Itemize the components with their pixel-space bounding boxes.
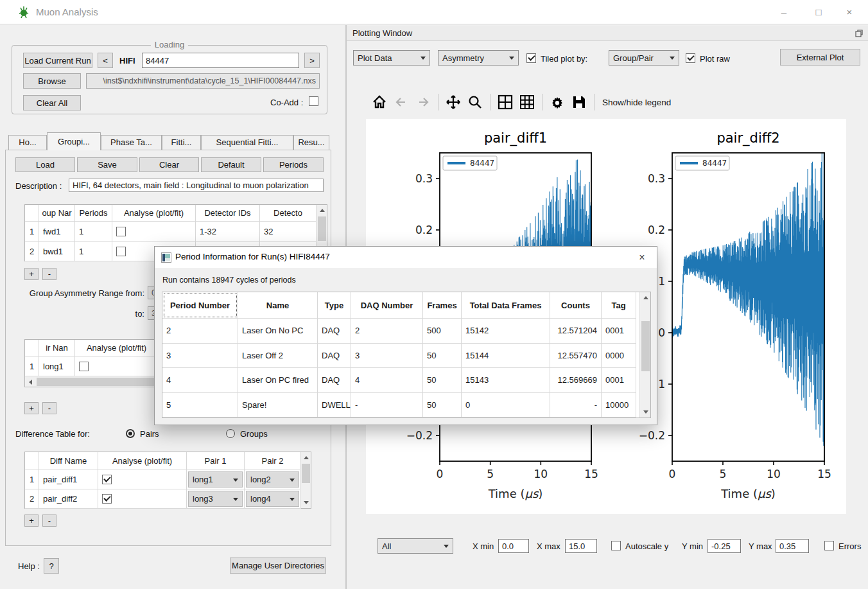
add-group-button[interactable]: + [24,268,39,280]
float-dock-icon[interactable] [855,30,863,37]
plot-type-combo[interactable]: Asymmetry [438,50,519,66]
xmax-field[interactable]: 15.0 [565,539,597,553]
subplot-grid3-icon[interactable] [516,92,538,112]
save-grouping-button[interactable]: Save [77,157,137,172]
external-plot-button[interactable]: External Plot [780,49,860,66]
diff-analyse-checkbox[interactable] [102,494,112,504]
diff-pair1-combo[interactable]: long3 [188,491,243,507]
group-table-header-analyse[interactable]: Analyse (plot/fit) [112,205,196,222]
diff-table-header-pair2[interactable]: Pair 2 [245,452,301,470]
autoscale-y-checkbox[interactable] [611,541,621,550]
add-pair-button[interactable]: + [24,402,39,414]
scroll-up-arrow-icon[interactable] [300,452,311,463]
pairs-radio[interactable] [126,429,135,438]
period-table-header[interactable]: DAQ Number [351,292,423,319]
period-table-header[interactable]: Name [238,292,318,319]
tab-fitting[interactable]: Fitti... [162,135,201,150]
diff-pair2-combo[interactable]: long4 [246,491,299,507]
dialog-close-icon[interactable]: × [634,250,650,265]
group-name-cell[interactable]: bwd1 [39,242,75,261]
settings-gear-icon[interactable] [546,92,568,112]
scroll-down-arrow-icon[interactable] [300,497,311,508]
close-button[interactable]: × [835,0,864,24]
tab-results[interactable]: Resu... [293,135,329,150]
groups-radio[interactable] [226,429,235,438]
groups-radio-label[interactable]: Groups [240,429,268,439]
group-table-header-periods[interactable]: Periods [75,205,112,222]
pair-table-header-name[interactable]: ir Nan [39,340,75,356]
period-table-header[interactable]: Total Data Frames [462,292,550,319]
tiled-plot-checkbox[interactable] [526,53,536,63]
save-icon[interactable] [568,92,590,112]
scrollbar-thumb[interactable] [641,321,650,371]
plot-raw-label[interactable]: Plot raw [700,54,730,64]
period-table-header[interactable]: Period Number [162,292,238,319]
diff-table-header-name[interactable]: Diff Name [39,452,98,470]
forward-icon[interactable] [412,92,434,112]
tab-sequential-fitting[interactable]: Sequential Fitti... [201,135,293,150]
tab-grouping[interactable]: Groupi... [47,132,101,150]
clear-grouping-button[interactable]: Clear [139,157,199,172]
add-diff-button[interactable]: + [24,514,39,527]
tiled-plot-label[interactable]: Tiled plot by: [541,54,587,64]
diff-table-scrollbar[interactable] [300,452,311,508]
group-table-header-detectors[interactable]: Detecto [260,205,317,222]
pan-icon[interactable] [442,92,464,112]
period-table-header[interactable]: Tag [602,292,636,319]
home-icon[interactable] [369,92,390,112]
group-analyse-checkbox[interactable] [116,247,126,256]
diff-pair2-combo[interactable]: long2 [246,471,299,488]
scrollbar-thumb[interactable] [318,216,326,241]
diff-name-cell[interactable]: pair_diff1 [39,470,98,489]
tab-home[interactable]: Ho... [8,135,47,150]
pair-name-cell[interactable]: long1 [39,356,75,376]
diff-name-cell[interactable]: pair_diff2 [39,489,98,509]
scroll-up-arrow-icon[interactable] [640,292,651,303]
diff-analyse-checkbox[interactable] [102,475,112,484]
scrollbar-thumb[interactable] [302,464,310,483]
period-table-scrollbar[interactable] [639,292,650,418]
back-icon[interactable] [390,92,412,112]
remove-diff-button[interactable]: - [42,514,56,527]
plot-raw-checkbox[interactable] [686,53,695,63]
periods-button[interactable]: Periods [263,157,324,172]
autoscale-y-label[interactable]: Autoscale y [625,541,668,551]
period-table-header[interactable]: Frames [423,292,462,319]
group-table-header-name[interactable]: oup Nar [39,205,75,222]
group-periods-cell[interactable]: 1 [75,242,112,261]
pairs-radio-label[interactable]: Pairs [140,429,159,439]
manage-user-directories-button[interactable]: Manage User Directories [230,558,326,574]
minimize-button[interactable]: – [769,0,799,24]
ymax-field[interactable]: 0.35 [776,539,809,553]
remove-pair-button[interactable]: - [42,402,56,414]
previous-run-button[interactable]: < [98,53,113,68]
period-table-header[interactable]: Counts [550,292,602,319]
pair-analyse-checkbox[interactable] [79,362,89,371]
load-current-run-button[interactable]: Load Current Run [23,53,92,68]
clear-all-button[interactable]: Clear All [23,95,81,110]
group-name-cell[interactable]: fwd1 [39,222,75,242]
load-grouping-button[interactable]: Load [15,157,75,172]
diff-pair1-combo[interactable]: long1 [188,471,243,488]
diff-table-header-pair1[interactable]: Pair 1 [187,452,245,470]
group-ids-cell[interactable]: 1-32 [196,222,260,242]
tile-by-combo[interactable]: Group/Pair [609,50,679,66]
coadd-checkbox[interactable] [309,96,318,106]
group-table-header-ids[interactable]: Detector IDs [196,205,260,222]
plot-data-combo[interactable]: Plot Data [353,50,430,66]
ymin-field[interactable]: -0.25 [707,539,741,553]
browse-button[interactable]: Browse [23,73,81,89]
errors-checkbox[interactable] [824,541,834,550]
run-number-input[interactable]: 84447 [142,53,299,68]
xmin-field[interactable]: 0.0 [498,539,529,553]
help-button[interactable]: ? [44,558,59,574]
remove-group-button[interactable]: - [42,268,56,280]
plot-selector-combo[interactable]: All [378,538,453,554]
tab-phase-table[interactable]: Phase Ta... [101,135,162,150]
scroll-up-arrow-icon[interactable] [317,205,327,216]
subplot-grid-icon[interactable] [494,92,516,112]
period-table-header[interactable]: Type [318,292,351,319]
group-periods-cell[interactable]: 1 [75,222,112,242]
group-detectors-cell[interactable]: 32 [260,222,317,242]
pair-table-header-analyse[interactable]: Analyse (plot/fit) [75,340,159,356]
